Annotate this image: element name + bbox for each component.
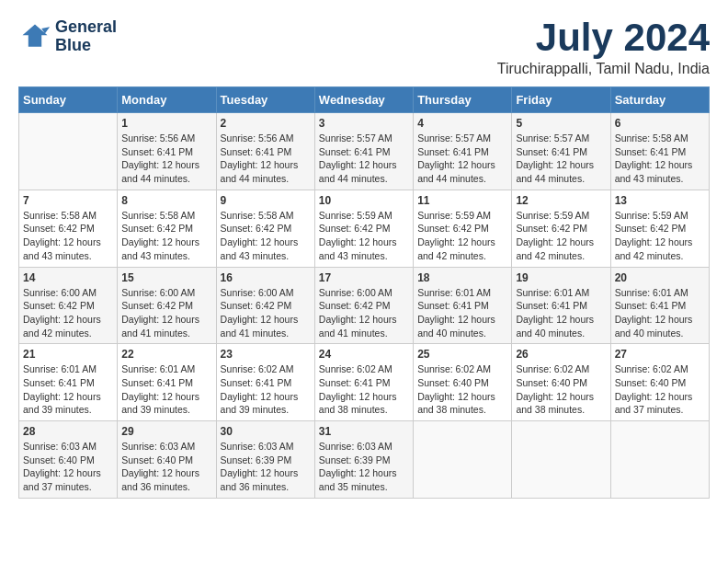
cell-sun-info: Sunrise: 5:56 AMSunset: 6:41 PMDaylight:… (121, 132, 211, 186)
calendar-cell (610, 421, 709, 499)
calendar-cell: 23Sunrise: 6:02 AMSunset: 6:41 PMDayligh… (216, 344, 314, 421)
calendar-cell: 31Sunrise: 6:03 AMSunset: 6:39 PMDayligh… (314, 421, 413, 499)
header-cell-saturday: Saturday (610, 87, 709, 113)
calendar-cell: 14Sunrise: 6:00 AMSunset: 6:42 PMDayligh… (19, 267, 118, 344)
calendar-cell: 19Sunrise: 6:01 AMSunset: 6:41 PMDayligh… (512, 267, 610, 344)
logo-line1: General (55, 18, 117, 37)
logo-line2: Blue (55, 37, 117, 55)
calendar-cell: 26Sunrise: 6:02 AMSunset: 6:40 PMDayligh… (512, 344, 610, 421)
calendar-cell (512, 421, 610, 499)
calendar-cell: 6Sunrise: 5:58 AMSunset: 6:41 PMDaylight… (610, 113, 709, 190)
day-number: 24 (319, 348, 409, 361)
calendar-body: 1Sunrise: 5:56 AMSunset: 6:41 PMDaylight… (19, 113, 710, 499)
cell-sun-info: Sunrise: 6:01 AMSunset: 6:41 PMDaylight:… (23, 362, 113, 417)
day-number: 31 (319, 425, 409, 438)
calendar-cell: 27Sunrise: 6:02 AMSunset: 6:40 PMDayligh… (610, 344, 709, 421)
day-number: 19 (516, 271, 606, 284)
calendar-cell: 10Sunrise: 5:59 AMSunset: 6:42 PMDayligh… (314, 190, 413, 267)
calendar-cell: 17Sunrise: 6:00 AMSunset: 6:42 PMDayligh… (314, 267, 413, 344)
day-number: 15 (121, 271, 211, 284)
cell-sun-info: Sunrise: 5:59 AMSunset: 6:42 PMDaylight:… (516, 209, 606, 263)
calendar-cell: 3Sunrise: 5:57 AMSunset: 6:41 PMDaylight… (314, 113, 413, 190)
calendar-table: SundayMondayTuesdayWednesdayThursdayFrid… (18, 86, 710, 499)
header-cell-friday: Friday (512, 87, 610, 113)
calendar-cell: 15Sunrise: 6:00 AMSunset: 6:42 PMDayligh… (118, 267, 216, 344)
day-number: 9 (221, 194, 311, 207)
day-number: 22 (121, 348, 211, 361)
calendar-cell: 28Sunrise: 6:03 AMSunset: 6:40 PMDayligh… (19, 421, 118, 499)
cell-sun-info: Sunrise: 6:02 AMSunset: 6:41 PMDaylight:… (319, 362, 409, 417)
day-number: 2 (221, 117, 311, 130)
calendar-cell: 30Sunrise: 6:03 AMSunset: 6:39 PMDayligh… (216, 421, 314, 499)
title-area: July 2024 Tiruchirappalli, Tamil Nadu, I… (497, 18, 710, 77)
logo-icon (18, 20, 51, 53)
calendar-cell: 20Sunrise: 6:01 AMSunset: 6:41 PMDayligh… (610, 267, 709, 344)
cell-sun-info: Sunrise: 6:03 AMSunset: 6:40 PMDaylight:… (23, 440, 113, 494)
cell-sun-info: Sunrise: 5:59 AMSunset: 6:42 PMDaylight:… (319, 209, 409, 263)
day-number: 29 (121, 425, 211, 438)
calendar-cell: 7Sunrise: 5:58 AMSunset: 6:42 PMDaylight… (19, 190, 118, 267)
header-cell-thursday: Thursday (414, 87, 512, 113)
svg-marker-0 (23, 24, 48, 46)
day-number: 7 (23, 194, 113, 207)
day-number: 30 (221, 425, 311, 438)
cell-sun-info: Sunrise: 6:03 AMSunset: 6:39 PMDaylight:… (319, 440, 409, 494)
calendar-cell: 2Sunrise: 5:56 AMSunset: 6:41 PMDaylight… (216, 113, 314, 190)
header-cell-wednesday: Wednesday (314, 87, 413, 113)
cell-sun-info: Sunrise: 6:02 AMSunset: 6:40 PMDaylight:… (615, 362, 705, 417)
cell-sun-info: Sunrise: 6:02 AMSunset: 6:40 PMDaylight:… (417, 362, 507, 417)
cell-sun-info: Sunrise: 5:58 AMSunset: 6:42 PMDaylight:… (121, 209, 211, 263)
week-row-5: 28Sunrise: 6:03 AMSunset: 6:40 PMDayligh… (19, 421, 710, 499)
day-number: 4 (417, 117, 507, 130)
header-cell-monday: Monday (118, 87, 216, 113)
cell-sun-info: Sunrise: 5:56 AMSunset: 6:41 PMDaylight:… (221, 132, 311, 186)
day-number: 12 (516, 194, 606, 207)
cell-sun-info: Sunrise: 6:02 AMSunset: 6:41 PMDaylight:… (221, 362, 311, 417)
cell-sun-info: Sunrise: 5:58 AMSunset: 6:42 PMDaylight:… (23, 209, 113, 263)
calendar-cell: 4Sunrise: 5:57 AMSunset: 6:41 PMDaylight… (414, 113, 512, 190)
day-number: 23 (221, 348, 311, 361)
calendar-cell: 8Sunrise: 5:58 AMSunset: 6:42 PMDaylight… (118, 190, 216, 267)
week-row-4: 21Sunrise: 6:01 AMSunset: 6:41 PMDayligh… (19, 344, 710, 421)
cell-sun-info: Sunrise: 6:00 AMSunset: 6:42 PMDaylight:… (23, 286, 113, 340)
calendar-cell: 1Sunrise: 5:56 AMSunset: 6:41 PMDaylight… (118, 113, 216, 190)
day-number: 1 (121, 117, 211, 130)
cell-sun-info: Sunrise: 6:01 AMSunset: 6:41 PMDaylight:… (417, 286, 507, 340)
day-number: 14 (23, 271, 113, 284)
header-cell-tuesday: Tuesday (216, 87, 314, 113)
week-row-2: 7Sunrise: 5:58 AMSunset: 6:42 PMDaylight… (19, 190, 710, 267)
cell-sun-info: Sunrise: 6:00 AMSunset: 6:42 PMDaylight:… (121, 286, 211, 340)
cell-sun-info: Sunrise: 6:00 AMSunset: 6:42 PMDaylight:… (319, 286, 409, 340)
header-row: SundayMondayTuesdayWednesdayThursdayFrid… (19, 87, 710, 113)
day-number: 27 (615, 348, 705, 361)
cell-sun-info: Sunrise: 5:59 AMSunset: 6:42 PMDaylight:… (615, 209, 705, 263)
cell-sun-info: Sunrise: 6:00 AMSunset: 6:42 PMDaylight:… (221, 286, 311, 340)
calendar-cell: 13Sunrise: 5:59 AMSunset: 6:42 PMDayligh… (610, 190, 709, 267)
calendar-cell: 21Sunrise: 6:01 AMSunset: 6:41 PMDayligh… (19, 344, 118, 421)
calendar-cell: 18Sunrise: 6:01 AMSunset: 6:41 PMDayligh… (414, 267, 512, 344)
week-row-3: 14Sunrise: 6:00 AMSunset: 6:42 PMDayligh… (19, 267, 710, 344)
calendar-cell: 11Sunrise: 5:59 AMSunset: 6:42 PMDayligh… (414, 190, 512, 267)
day-number: 20 (615, 271, 705, 284)
cell-sun-info: Sunrise: 6:01 AMSunset: 6:41 PMDaylight:… (615, 286, 705, 340)
calendar-cell: 24Sunrise: 6:02 AMSunset: 6:41 PMDayligh… (314, 344, 413, 421)
day-number: 3 (319, 117, 409, 130)
logo: General Blue (18, 18, 117, 55)
day-number: 25 (417, 348, 507, 361)
calendar-cell: 22Sunrise: 6:01 AMSunset: 6:41 PMDayligh… (118, 344, 216, 421)
calendar-cell (19, 113, 118, 190)
calendar-header: SundayMondayTuesdayWednesdayThursdayFrid… (19, 87, 710, 113)
day-number: 16 (221, 271, 311, 284)
day-number: 5 (516, 117, 606, 130)
cell-sun-info: Sunrise: 6:03 AMSunset: 6:40 PMDaylight:… (121, 440, 211, 494)
header-cell-sunday: Sunday (19, 87, 118, 113)
calendar-cell (414, 421, 512, 499)
page-header: General Blue July 2024 Tiruchirappalli, … (18, 18, 710, 77)
day-number: 8 (121, 194, 211, 207)
day-number: 6 (615, 117, 705, 130)
cell-sun-info: Sunrise: 5:57 AMSunset: 6:41 PMDaylight:… (516, 132, 606, 186)
calendar-cell: 16Sunrise: 6:00 AMSunset: 6:42 PMDayligh… (216, 267, 314, 344)
cell-sun-info: Sunrise: 6:01 AMSunset: 6:41 PMDaylight:… (516, 286, 606, 340)
main-title: July 2024 (497, 18, 710, 57)
calendar-cell: 5Sunrise: 5:57 AMSunset: 6:41 PMDaylight… (512, 113, 610, 190)
